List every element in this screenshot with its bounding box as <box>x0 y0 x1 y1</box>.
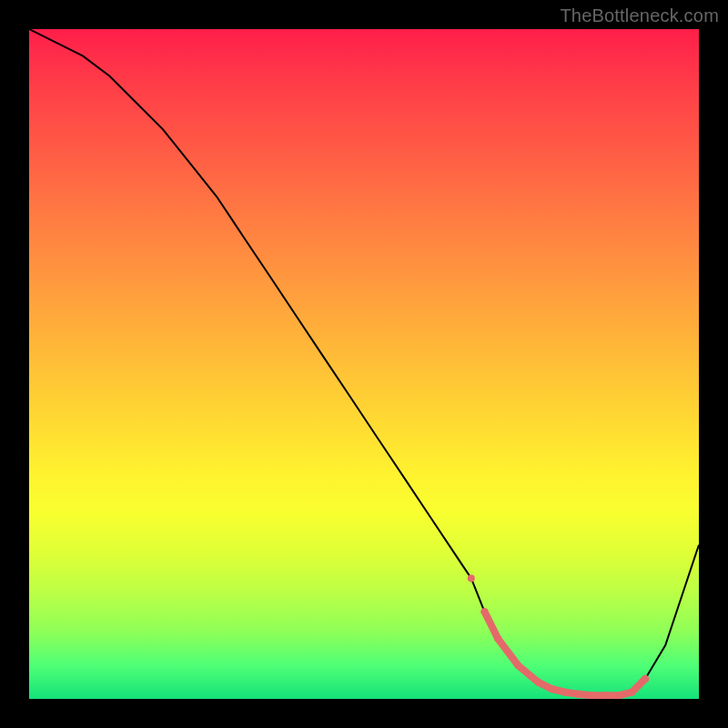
marker-dot <box>494 635 501 642</box>
marker-dot <box>481 608 489 615</box>
marker-group <box>468 575 649 696</box>
marker-segment <box>498 639 518 665</box>
chart-frame: TheBottleneck.com <box>0 0 728 728</box>
bottleneck-curve <box>29 29 699 695</box>
marker-dot <box>642 675 649 682</box>
marker-segment <box>485 612 499 639</box>
watermark-text: TheBottleneck.com <box>560 5 719 26</box>
marker-segment <box>518 665 538 682</box>
marker-dot <box>468 575 475 582</box>
chart-svg <box>29 29 699 699</box>
plot-area <box>29 29 699 699</box>
